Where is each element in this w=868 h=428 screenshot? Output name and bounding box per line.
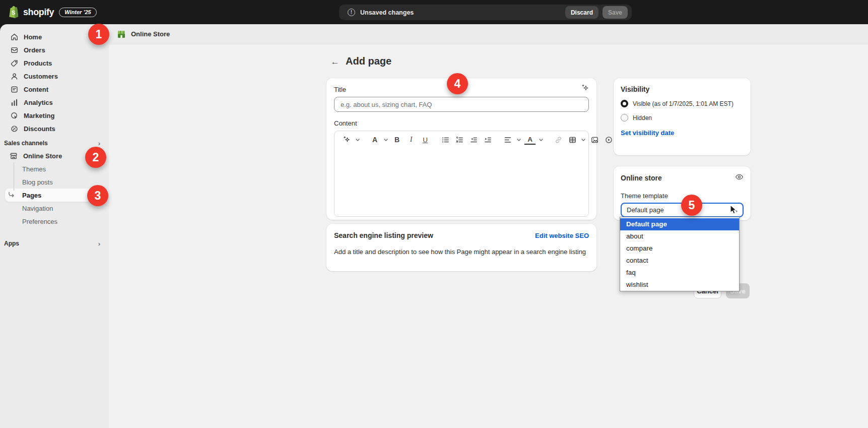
online-store-heading: Online store bbox=[621, 174, 662, 182]
sidebar-item-discounts[interactable]: Discounts bbox=[0, 122, 109, 135]
indent-icon[interactable] bbox=[482, 135, 493, 145]
chevron-down-icon[interactable] bbox=[516, 135, 521, 145]
discard-button[interactable]: Discard bbox=[565, 6, 598, 19]
shopify-wordmark: shopify bbox=[23, 7, 54, 18]
sidebar-item-label: Marketing bbox=[24, 112, 54, 119]
dropdown-option-default-page[interactable]: Default page bbox=[620, 218, 739, 230]
sidebar-item-preferences[interactable]: Preferences bbox=[0, 215, 109, 228]
content-rich-text-editor[interactable]: A B I U A </> bbox=[334, 131, 589, 217]
video-icon[interactable] bbox=[603, 135, 614, 145]
browser-tab-strip: Online Store bbox=[109, 24, 868, 44]
shopify-logo[interactable]: S shopify Winter ’25 bbox=[8, 5, 97, 19]
theme-template-label: Theme template bbox=[621, 192, 744, 200]
discounts-icon bbox=[10, 125, 18, 133]
editor-toolbar: A B I U A </> bbox=[335, 131, 588, 148]
content-icon bbox=[10, 86, 18, 93]
sidebar-item-label: Customers bbox=[24, 73, 58, 80]
radio-unselected-icon[interactable] bbox=[621, 114, 628, 121]
sidebar: Home Orders Products Customers Content A… bbox=[0, 24, 109, 428]
marketing-icon bbox=[10, 112, 18, 119]
dropdown-option-compare[interactable]: compare bbox=[620, 242, 739, 255]
seo-card-heading: Search engine listing preview bbox=[334, 231, 433, 239]
title-input[interactable] bbox=[334, 97, 589, 112]
bullet-list-icon[interactable] bbox=[440, 135, 451, 145]
underline-icon[interactable]: U bbox=[420, 135, 431, 145]
dropdown-option-contact[interactable]: contact bbox=[620, 255, 739, 267]
dropdown-option-wishlist[interactable]: wishlist bbox=[620, 279, 739, 291]
customers-icon bbox=[10, 73, 18, 80]
orders-icon bbox=[10, 46, 18, 54]
content-editor-area[interactable] bbox=[335, 148, 588, 214]
annotation-step-4: 4 bbox=[447, 73, 468, 94]
sidebar-item-label: Products bbox=[24, 59, 52, 67]
sidebar-item-marketing[interactable]: Marketing bbox=[0, 109, 109, 122]
dropdown-option-faq[interactable]: faq bbox=[620, 267, 739, 279]
seo-card-description: Add a title and description to see how t… bbox=[334, 248, 589, 256]
set-visibility-date-link[interactable]: Set visibility date bbox=[621, 129, 674, 137]
table-icon[interactable] bbox=[567, 135, 578, 145]
visibility-heading: Visibility bbox=[621, 85, 744, 93]
alert-icon: ! bbox=[348, 9, 355, 16]
sidebar-item-orders[interactable]: Orders bbox=[0, 43, 109, 56]
branch-arrow-icon bbox=[8, 192, 16, 201]
unsaved-changes-bar: ! Unsaved changes Discard Save bbox=[339, 5, 632, 20]
chevron-down-icon[interactable] bbox=[383, 135, 388, 145]
annotation-step-1: 1 bbox=[88, 24, 109, 45]
eye-icon[interactable] bbox=[735, 173, 744, 182]
numbered-list-icon[interactable] bbox=[454, 135, 465, 145]
annotation-step-3: 3 bbox=[87, 185, 108, 206]
annotation-step-5: 5 bbox=[681, 195, 702, 216]
chevron-right-icon[interactable]: › bbox=[98, 140, 100, 147]
active-tab-label[interactable]: Online Store bbox=[131, 30, 170, 38]
dropdown-option-about[interactable]: about bbox=[620, 230, 739, 242]
chevron-down-icon[interactable] bbox=[539, 135, 544, 145]
save-button-topbar[interactable]: Save bbox=[603, 6, 628, 19]
topbar-actions: Discard Save bbox=[565, 6, 628, 19]
visibility-option-visible[interactable]: Visible (as of 1/7/2025, 1:01 AM EST) bbox=[621, 100, 744, 107]
sidebar-item-products[interactable]: Products bbox=[0, 56, 109, 70]
sales-channels-header: Sales channels › bbox=[0, 140, 109, 147]
bold-icon[interactable]: B bbox=[391, 135, 403, 145]
image-icon[interactable] bbox=[589, 135, 600, 145]
page-title: Add page bbox=[346, 55, 391, 67]
home-icon bbox=[10, 33, 18, 41]
version-badge: Winter ’25 bbox=[59, 8, 96, 17]
alignment-icon[interactable] bbox=[502, 135, 513, 145]
sidebar-item-customers[interactable]: Customers bbox=[0, 70, 109, 83]
chevron-down-icon[interactable] bbox=[581, 135, 586, 145]
select-value: Default page bbox=[627, 206, 664, 214]
text-color-icon[interactable]: A bbox=[524, 135, 536, 145]
apps-header: Apps › bbox=[0, 240, 109, 247]
radio-selected-icon[interactable] bbox=[621, 100, 628, 107]
seo-preview-card: Search engine listing preview Edit websi… bbox=[326, 224, 596, 271]
text-style-icon[interactable]: A bbox=[369, 135, 380, 145]
online-store-favicon bbox=[117, 30, 125, 38]
magic-sparkle-icon[interactable] bbox=[581, 84, 589, 94]
theme-template-dropdown: Default page about compare contact faq w… bbox=[620, 217, 740, 291]
outdent-icon[interactable] bbox=[468, 135, 479, 145]
title-content-card: Title Content A B I U A bbox=[326, 78, 596, 220]
sidebar-item-label: Online Store bbox=[23, 152, 62, 160]
edit-website-seo-link[interactable]: Edit website SEO bbox=[535, 232, 589, 239]
visibility-card: Visibility Visible (as of 1/7/2025, 1:01… bbox=[614, 78, 751, 155]
sidebar-item-label: Content bbox=[24, 86, 48, 93]
svg-text:S: S bbox=[12, 10, 15, 16]
nav-tree-connector bbox=[14, 162, 14, 191]
annotation-step-2: 2 bbox=[85, 147, 106, 168]
link-icon[interactable] bbox=[553, 135, 564, 145]
back-arrow-icon[interactable]: ← bbox=[328, 55, 342, 69]
sidebar-item-label: Discounts bbox=[24, 125, 55, 133]
products-icon bbox=[10, 59, 18, 67]
magic-sparkle-icon[interactable] bbox=[341, 135, 352, 145]
analytics-icon bbox=[10, 99, 18, 106]
italic-icon[interactable]: I bbox=[406, 135, 417, 145]
sidebar-item-label: Analytics bbox=[24, 99, 53, 106]
content-label: Content bbox=[334, 119, 589, 127]
chevron-right-icon[interactable]: › bbox=[98, 240, 100, 248]
chevron-down-icon[interactable] bbox=[355, 135, 360, 145]
sidebar-item-label: Orders bbox=[24, 46, 45, 54]
sidebar-item-analytics[interactable]: Analytics bbox=[0, 96, 109, 109]
visibility-option-hidden[interactable]: Hidden bbox=[621, 114, 744, 121]
shopify-bag-icon: S bbox=[8, 6, 20, 19]
sidebar-item-content[interactable]: Content bbox=[0, 83, 109, 96]
